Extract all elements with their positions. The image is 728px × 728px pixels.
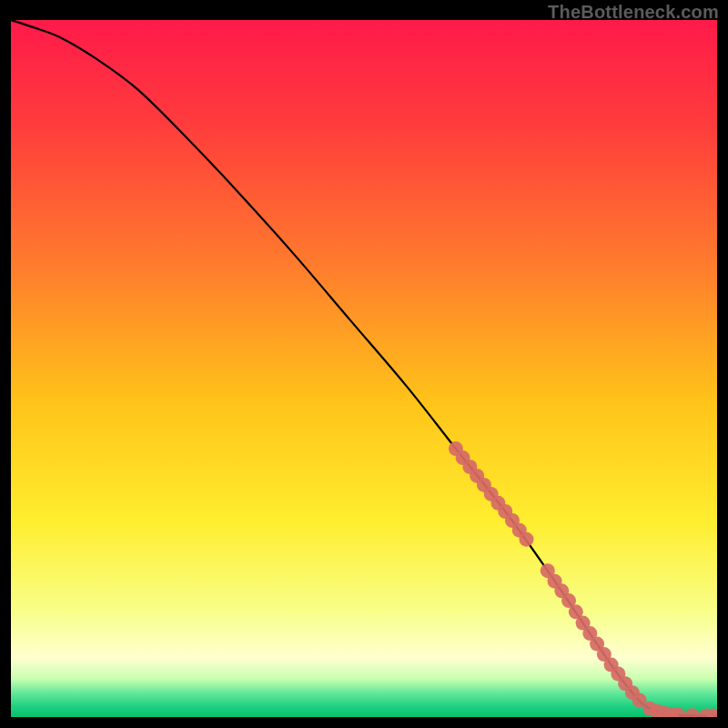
chart-svg <box>11 20 717 717</box>
chart-plot <box>11 20 717 717</box>
chart-frame: TheBottleneck.com <box>0 0 728 728</box>
curve-marker <box>519 532 533 547</box>
gradient-background <box>11 20 717 717</box>
watermark-text: TheBottleneck.com <box>548 2 719 23</box>
